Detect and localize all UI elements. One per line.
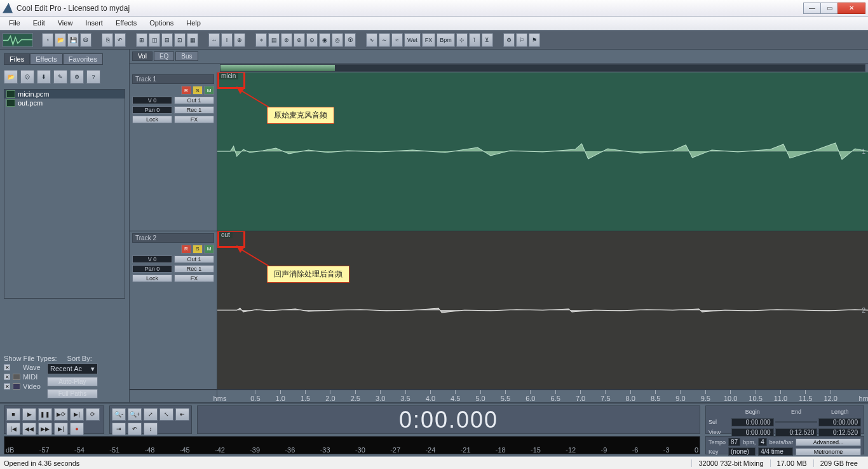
- menu-file[interactable]: File: [3, 17, 27, 30]
- beats-value[interactable]: 4: [758, 438, 767, 446]
- view-begin[interactable]: 0:00.000: [731, 428, 774, 437]
- close-button[interactable]: ✕: [837, 3, 865, 14]
- record-arm-button[interactable]: R: [181, 86, 191, 95]
- fx-button[interactable]: FX: [174, 116, 214, 123]
- track-lane[interactable]: micin 1 原始麦克风音频: [217, 72, 868, 231]
- sort-select[interactable]: Recent Ac▾: [47, 364, 98, 374]
- ffwd-button[interactable]: ▶▶: [38, 423, 52, 435]
- sel-begin[interactable]: 0:00.000: [731, 418, 774, 426]
- new-file-icon[interactable]: ▫: [42, 33, 53, 47]
- zoom-full-icon[interactable]: ⤢: [144, 408, 158, 421]
- rewind-button[interactable]: ◀◀: [22, 423, 36, 435]
- snap6-icon[interactable]: ◎: [332, 33, 343, 47]
- env-e-icon[interactable]: ⊺: [469, 33, 480, 47]
- filetype-video[interactable]: ✕Video: [4, 383, 41, 390]
- opt-a-icon[interactable]: ⚙: [503, 33, 515, 47]
- tool-e-icon[interactable]: ▦: [187, 33, 198, 47]
- loop-button[interactable]: ⟳: [86, 408, 100, 421]
- fx-toggle[interactable]: FX: [422, 33, 436, 47]
- zoom-out-icon[interactable]: 🔍-: [112, 408, 126, 421]
- wet-toggle[interactable]: Wet: [404, 33, 421, 47]
- files-edit-icon[interactable]: ✎: [53, 70, 67, 84]
- output-field[interactable]: Out 1: [174, 255, 214, 263]
- files-tab-files[interactable]: Files: [4, 53, 30, 65]
- play-button[interactable]: ▶: [22, 408, 36, 421]
- copy-icon[interactable]: ⎘: [102, 33, 113, 47]
- tool-a-icon[interactable]: ⊞: [136, 33, 147, 47]
- file-list[interactable]: micin.pcm out.pcm: [4, 89, 125, 299]
- fullpaths-button[interactable]: Full Paths: [47, 389, 98, 398]
- menu-effects[interactable]: Effects: [109, 17, 143, 30]
- mute-button[interactable]: M: [204, 245, 214, 254]
- sel-length[interactable]: 0:00.000: [818, 418, 861, 426]
- snap7-icon[interactable]: ⦿: [344, 33, 356, 47]
- track-lane[interactable]: out 2 回声消除处理后音频: [217, 231, 868, 390]
- env-a-icon[interactable]: ∿: [366, 33, 377, 47]
- time-sig-value[interactable]: 4/4 time: [758, 447, 793, 456]
- filetype-wave[interactable]: ✕Wave: [4, 364, 41, 371]
- view-length[interactable]: 0:12.520: [818, 428, 861, 437]
- go-start-button[interactable]: |◀: [6, 423, 20, 435]
- hybrid-tool-icon[interactable]: ⊕: [234, 33, 245, 47]
- menu-help[interactable]: Help: [180, 17, 207, 30]
- zoom-sel-icon[interactable]: ⤡: [159, 408, 173, 421]
- mix-tab-eq[interactable]: EQ: [154, 51, 174, 61]
- output-field[interactable]: Out 1: [174, 97, 214, 104]
- mix-tab-bus[interactable]: Bus: [175, 51, 198, 61]
- menu-edit[interactable]: Edit: [27, 17, 51, 30]
- files-close-icon[interactable]: ⛒: [20, 70, 34, 84]
- snap5-icon[interactable]: ◉: [319, 33, 330, 47]
- snap-icon[interactable]: ⌖: [255, 33, 267, 47]
- metronome-button[interactable]: Metronome: [796, 448, 861, 456]
- files-help-icon[interactable]: ?: [86, 70, 100, 84]
- zoom-prev-icon[interactable]: ↶: [128, 423, 142, 435]
- files-insert-icon[interactable]: ⬇: [37, 70, 51, 84]
- env-f-icon[interactable]: ⊻: [482, 33, 493, 47]
- track-title[interactable]: Track 2: [132, 233, 214, 243]
- tool-c-icon[interactable]: ⊟: [161, 33, 173, 47]
- file-item[interactable]: micin.pcm: [4, 90, 125, 99]
- advanced-button[interactable]: Advanced...: [796, 438, 861, 446]
- play-to-end-button[interactable]: ▶|: [70, 408, 84, 421]
- rec-field[interactable]: Rec 1: [174, 265, 214, 273]
- time-ruler[interactable]: hms hms 0.51.01.52.02.53.03.54.04.55.05.…: [130, 390, 868, 402]
- view-end[interactable]: 0:12.520: [775, 428, 818, 437]
- save-all-icon[interactable]: ⛁: [80, 33, 92, 47]
- go-end-button[interactable]: ▶|: [54, 423, 68, 435]
- menu-insert[interactable]: Insert: [79, 17, 109, 30]
- minimize-button[interactable]: —: [803, 3, 821, 14]
- fx-button[interactable]: FX: [174, 275, 214, 282]
- mix-tab-vol[interactable]: Vol: [132, 51, 153, 61]
- menu-view[interactable]: View: [51, 17, 79, 30]
- snap2-icon[interactable]: ⊛: [281, 33, 292, 47]
- opt-b-icon[interactable]: ⚐: [516, 33, 527, 47]
- zoom-in-icon[interactable]: 🔍+: [128, 408, 142, 421]
- env-b-icon[interactable]: ∼: [379, 33, 390, 47]
- snap4-icon[interactable]: ⊙: [306, 33, 318, 47]
- solo-button[interactable]: S: [193, 86, 203, 95]
- pan-field[interactable]: Pan 0: [132, 265, 172, 273]
- key-value[interactable]: (none): [728, 447, 756, 456]
- tool-b-icon[interactable]: ◫: [149, 33, 160, 47]
- env-d-icon[interactable]: ⊹: [456, 33, 468, 47]
- files-opts-icon[interactable]: ⚙: [70, 70, 84, 84]
- zoom-in-right-icon[interactable]: ⇥: [112, 423, 126, 435]
- time-display[interactable]: 0:00.000: [197, 405, 700, 434]
- timeline-scrollbar[interactable]: [220, 64, 865, 72]
- solo-button[interactable]: S: [193, 245, 203, 254]
- rec-field[interactable]: Rec 1: [174, 106, 214, 114]
- files-tab-effects[interactable]: Effects: [30, 53, 62, 65]
- scrollbar-thumb[interactable]: [220, 65, 335, 71]
- opt-c-icon[interactable]: ⚑: [529, 33, 540, 47]
- stop-button[interactable]: ■: [6, 408, 20, 421]
- file-item[interactable]: out.pcm: [4, 99, 125, 107]
- volume-field[interactable]: V 0: [132, 255, 172, 263]
- pause-button[interactable]: ❚❚: [38, 408, 52, 421]
- track-title[interactable]: Track 1: [132, 74, 214, 84]
- snap3-icon[interactable]: ⊚: [294, 33, 305, 47]
- grid-icon[interactable]: ▤: [268, 33, 280, 47]
- volume-field[interactable]: V 0: [132, 97, 172, 104]
- autoplay-button[interactable]: Auto-Play: [47, 377, 98, 386]
- maximize-button[interactable]: ▭: [820, 3, 838, 14]
- filetype-midi[interactable]: ✕MIDI: [4, 373, 41, 381]
